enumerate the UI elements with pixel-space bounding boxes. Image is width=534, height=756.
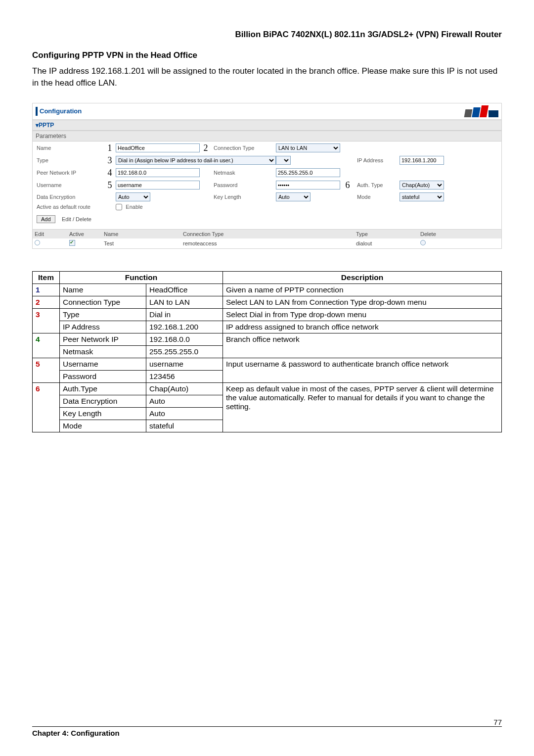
lbl-enable: Enable — [124, 204, 142, 210]
lbl-conntype: Connection Type — [212, 145, 276, 151]
page-footer: 77 Chapter 4: Configuration — [32, 718, 502, 737]
lbl-dataenc: Data Encryption — [35, 194, 104, 200]
description-table: Item Function Description 1 Name HeadOff… — [32, 271, 502, 432]
doc-header: Billion BiPAC 7402NX(L) 802.11n 3G/ADSL2… — [32, 30, 502, 40]
netmask-field[interactable] — [276, 168, 340, 177]
th-item: Item — [33, 271, 60, 284]
callout-1: 1 — [104, 143, 116, 153]
cfg-title: Configuration — [40, 107, 82, 115]
type-select[interactable]: Dial in (Assign below IP address to dail… — [116, 156, 276, 165]
enable-checkbox[interactable] — [116, 204, 122, 210]
config-panel: Configuration ▾PPTP Parameters Name 1 2 … — [32, 103, 502, 249]
item-5: 5 — [33, 358, 60, 382]
lbl-name: Name — [35, 145, 104, 151]
edit-delete-label: Edit / Delete — [62, 216, 91, 222]
th-description: Description — [223, 271, 502, 284]
ip-address-field[interactable] — [400, 156, 444, 165]
logo-icon — [465, 105, 498, 117]
item-4: 4 — [33, 333, 60, 358]
conn-type-select[interactable]: LAN to LAN — [276, 143, 340, 152]
lbl-keylen: Key Length — [212, 194, 276, 200]
table-row: Test remoteaccess dialout — [33, 238, 501, 248]
active-checkbox[interactable] — [69, 240, 75, 246]
lbl-password: Password — [212, 182, 276, 188]
lbl-ipaddr: IP Address — [355, 157, 400, 163]
cfg-table-header: Edit Active Name Connection Type Type De… — [33, 229, 501, 238]
callout-6: 6 — [340, 180, 355, 190]
lbl-type: Type — [35, 157, 104, 163]
auth-type-select[interactable]: Chap(Auto) — [400, 181, 444, 189]
callout-3: 3 — [104, 155, 116, 166]
th-function: Function — [60, 271, 223, 284]
callout-4: 4 — [104, 168, 116, 178]
peer-ip-field[interactable] — [116, 168, 200, 177]
type-arrow[interactable] — [276, 156, 291, 165]
delete-icon[interactable] — [420, 240, 426, 245]
key-len-select[interactable]: Auto — [276, 192, 311, 201]
password-field[interactable] — [276, 181, 340, 189]
edit-radio[interactable] — [35, 240, 40, 245]
lbl-peerip: Peer Network IP — [35, 170, 104, 176]
parameters-label: Parameters — [33, 131, 501, 142]
chapter-label: Chapter 4: Configuration — [32, 729, 120, 737]
page-number: 77 — [493, 718, 502, 726]
row-name: Test — [104, 240, 183, 246]
row-conn-type: remoteaccess — [183, 240, 356, 246]
header-bar-icon — [36, 107, 38, 116]
lbl-username: Username — [35, 182, 104, 188]
item-6: 6 — [33, 382, 60, 432]
section-heading: Configuring PPTP VPN in the Head Office — [32, 50, 502, 60]
name-field[interactable] — [116, 143, 200, 152]
item-2: 2 — [33, 296, 60, 308]
intro-text: The IP address 192.168.1.201 will be ass… — [32, 65, 502, 89]
data-enc-select[interactable]: Auto — [116, 192, 150, 201]
item-3: 3 — [33, 308, 60, 333]
add-button[interactable]: Add — [37, 215, 55, 223]
lbl-mode: Mode — [355, 194, 400, 200]
lbl-default-route: Active as default route — [35, 204, 116, 210]
mode-select[interactable]: stateful — [400, 192, 444, 201]
lbl-netmask: Netmask — [212, 170, 276, 176]
username-field[interactable] — [116, 181, 200, 189]
pptp-section[interactable]: ▾PPTP — [33, 120, 501, 131]
callout-5: 5 — [104, 180, 116, 190]
row-type: dialout — [356, 240, 420, 246]
item-1: 1 — [33, 284, 60, 296]
lbl-authtype: Auth. Type — [355, 182, 400, 188]
callout-2: 2 — [200, 143, 212, 153]
